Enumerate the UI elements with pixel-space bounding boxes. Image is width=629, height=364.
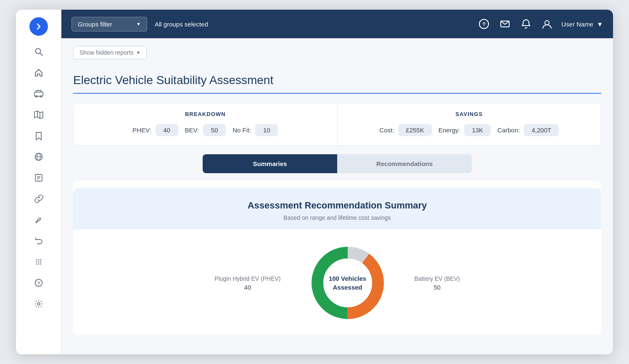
bev-value: 50 <box>203 124 226 136</box>
map-icon[interactable] <box>29 106 48 124</box>
svg-text:?: ? <box>37 281 40 286</box>
main-content: Groups filter ▼ All groups selected ? <box>61 10 613 354</box>
breakdown-items: PHEV: 40 BEV: 50 No Fit: 10 <box>85 124 325 136</box>
home-icon[interactable] <box>29 63 48 82</box>
link-icon[interactable] <box>29 190 48 208</box>
bev-item: BEV: 50 <box>185 124 226 136</box>
cost-value: £255K <box>398 124 431 136</box>
user-dropdown-chevron: ▼ <box>597 21 603 28</box>
bev-label: BEV: <box>185 127 199 134</box>
svg-line-1 <box>40 53 42 55</box>
svg-point-22 <box>38 264 39 265</box>
svg-point-23 <box>40 264 41 265</box>
groups-filter-chevron: ▼ <box>136 21 141 26</box>
svg-point-19 <box>38 261 39 263</box>
phev-legend-value: 40 <box>214 284 280 291</box>
content-area: Show hidden reports ▼ Electric Vehicle S… <box>61 38 613 354</box>
show-hidden-chevron: ▼ <box>136 50 140 55</box>
app-window: ? Groups filter ▼ All groups selected <box>16 10 613 354</box>
donut-chart-svg <box>308 243 388 323</box>
svg-point-16 <box>38 259 39 261</box>
settings-gear-icon[interactable] <box>29 295 48 313</box>
breakdown-header: BREAKDOWN <box>85 111 325 117</box>
globe-icon[interactable] <box>29 148 48 166</box>
title-divider <box>73 93 601 94</box>
bev-legend-label: Battery EV (BEV) <box>415 275 460 282</box>
mail-icon[interactable] <box>498 17 512 31</box>
recommendations-tab[interactable]: Recommendations <box>337 154 472 173</box>
donut-chart: 100 Vehicles Assessed <box>308 243 388 323</box>
phev-label: PHEV: <box>132 127 151 134</box>
groups-filter-label: Groups filter <box>78 21 112 28</box>
carbon-value: 4,200T <box>524 124 559 136</box>
svg-point-20 <box>40 261 41 263</box>
wrench-icon[interactable] <box>29 211 48 229</box>
svg-point-21 <box>36 264 37 265</box>
topnav-right: ? <box>477 17 603 31</box>
cost-label: Cost: <box>379 127 394 134</box>
help-icon[interactable]: ? <box>477 17 491 31</box>
help-circle-icon[interactable]: ? <box>29 274 48 292</box>
savings-header: SAVINGS <box>349 111 589 117</box>
nofit-value: 10 <box>255 124 278 136</box>
energy-value: 13K <box>464 124 491 136</box>
cost-item: Cost: £255K <box>379 124 431 136</box>
page-title: Electric Vehicle Suitability Assessment <box>73 74 601 87</box>
svg-text:?: ? <box>482 21 486 27</box>
phev-value: 40 <box>156 124 178 136</box>
svg-point-15 <box>36 259 37 261</box>
svg-point-30 <box>545 21 549 25</box>
notification-bell-icon[interactable] <box>519 17 533 31</box>
bev-legend-value: 50 <box>415 284 460 291</box>
grid-icon[interactable] <box>29 253 48 271</box>
sidebar: ? <box>16 10 61 354</box>
summary-subtitle: Based on range and lifetime cost savings <box>85 214 589 221</box>
carbon-item: Carbon: 4,200T <box>497 124 559 136</box>
nofit-label: No Fit: <box>233 127 251 134</box>
phev-legend: Plugin Hybrid EV (PHEV) 40 <box>214 275 280 291</box>
savings-items: Cost: £255K Energy: 13K Carbon: 4,200T <box>349 124 589 136</box>
svg-point-34 <box>323 258 372 307</box>
breakdown-section: BREAKDOWN PHEV: 40 BEV: 50 No Fit: 10 <box>74 103 338 145</box>
groups-filter-button[interactable]: Groups filter ▼ <box>71 17 147 32</box>
sidebar-toggle-button[interactable] <box>29 17 48 36</box>
chart-area: Plugin Hybrid EV (PHEV) 40 <box>73 229 601 335</box>
top-navigation: Groups filter ▼ All groups selected ? <box>61 10 613 38</box>
show-hidden-reports-label: Show hidden reports <box>79 49 133 56</box>
user-name-label: User Name <box>561 21 593 28</box>
summary-section: Assessment Recommendation Summary Based … <box>73 188 601 229</box>
user-section[interactable]: User Name ▼ <box>561 21 603 28</box>
breakdown-savings-card: BREAKDOWN PHEV: 40 BEV: 50 No Fit: 10 <box>73 103 601 146</box>
carbon-label: Carbon: <box>497 127 520 134</box>
nofit-item: No Fit: 10 <box>233 124 278 136</box>
bookmark-icon[interactable] <box>29 127 48 145</box>
list-icon[interactable] <box>29 169 48 187</box>
undo-icon[interactable] <box>29 232 48 250</box>
savings-section: SAVINGS Cost: £255K Energy: 13K Carbon: <box>338 103 601 145</box>
vehicle-icon[interactable] <box>29 84 48 103</box>
all-groups-selected-text: All groups selected <box>155 21 208 28</box>
summaries-tab[interactable]: Summaries <box>203 154 337 173</box>
search-icon[interactable] <box>29 42 48 61</box>
user-avatar-icon <box>540 17 554 31</box>
svg-marker-5 <box>34 111 43 119</box>
energy-label: Energy: <box>439 127 460 134</box>
svg-point-17 <box>40 259 41 261</box>
svg-point-18 <box>36 261 37 263</box>
show-hidden-reports-button[interactable]: Show hidden reports ▼ <box>73 46 147 59</box>
energy-item: Energy: 13K <box>439 124 491 136</box>
phev-legend-label: Plugin Hybrid EV (PHEV) <box>214 275 280 282</box>
bev-legend: Battery EV (BEV) 50 <box>415 275 460 291</box>
summary-title: Assessment Recommendation Summary <box>85 200 589 211</box>
tabs-row: Summaries Recommendations <box>203 154 472 173</box>
svg-point-26 <box>37 303 40 305</box>
phev-item: PHEV: 40 <box>132 124 178 136</box>
